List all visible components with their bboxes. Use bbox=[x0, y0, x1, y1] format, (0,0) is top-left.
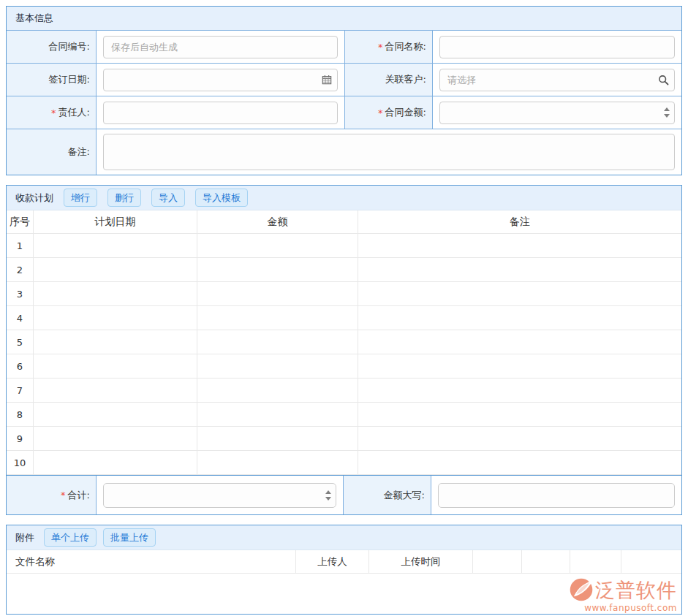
amount-words-input[interactable] bbox=[438, 483, 675, 508]
batch-upload-button[interactable]: 批量上传 bbox=[103, 528, 156, 547]
owner-label: * 责任人: bbox=[7, 96, 96, 129]
plan-remark-cell[interactable] bbox=[358, 282, 681, 305]
amount-input[interactable] bbox=[439, 102, 675, 124]
sign-date-input[interactable] bbox=[103, 69, 338, 91]
plan-table-row: 1 bbox=[7, 234, 681, 258]
contract-no-label: 合同编号: bbox=[7, 31, 96, 63]
col-header-upload-time: 上传时间 bbox=[368, 550, 472, 573]
calendar-icon[interactable] bbox=[322, 75, 332, 85]
col-header-empty bbox=[621, 550, 681, 573]
col-header-uploader: 上传人 bbox=[295, 550, 368, 573]
plan-table-row: 8 bbox=[7, 403, 681, 427]
plan-amount-cell[interactable] bbox=[197, 282, 358, 305]
row-number: 8 bbox=[7, 403, 33, 426]
row-number: 3 bbox=[7, 282, 33, 305]
plan-table-header: 序号 计划日期 金额 备注 bbox=[7, 210, 681, 234]
col-header-empty bbox=[472, 550, 521, 573]
remark-textarea[interactable] bbox=[103, 134, 675, 170]
customer-label: 关联客户: bbox=[344, 64, 432, 96]
add-row-button[interactable]: 增行 bbox=[64, 189, 97, 208]
payment-plan-title-bar: 收款计划 增行 删行 导入 导入模板 bbox=[7, 186, 681, 210]
plan-table-row: 5 bbox=[7, 330, 681, 354]
plan-remark-cell[interactable] bbox=[358, 403, 681, 426]
attachment-table-header: 文件名称 上传人 上传时间 bbox=[7, 550, 681, 574]
sign-date-label: 签订日期: bbox=[7, 64, 96, 96]
owner-input[interactable] bbox=[103, 102, 338, 124]
form-row-remark: 备注: bbox=[7, 129, 681, 175]
spinner-up-icon[interactable] bbox=[664, 107, 670, 111]
required-asterisk: * bbox=[61, 490, 66, 501]
plan-table-row: 9 bbox=[7, 427, 681, 451]
fanpu-logo-icon bbox=[569, 577, 594, 602]
amount-spinner[interactable] bbox=[664, 107, 670, 118]
plan-remark-cell[interactable] bbox=[358, 306, 681, 330]
col-header-empty bbox=[521, 550, 570, 573]
plan-remark-cell[interactable] bbox=[358, 451, 681, 474]
row-number: 4 bbox=[7, 306, 33, 330]
plan-amount-cell[interactable] bbox=[197, 330, 358, 354]
plan-remark-cell[interactable] bbox=[358, 354, 681, 378]
plan-date-cell[interactable] bbox=[33, 234, 197, 257]
plan-amount-cell[interactable] bbox=[197, 403, 358, 426]
plan-remark-cell[interactable] bbox=[358, 427, 681, 450]
single-upload-button[interactable]: 单个上传 bbox=[44, 528, 97, 547]
row-number: 1 bbox=[7, 234, 33, 257]
plan-date-cell[interactable] bbox=[33, 427, 197, 450]
remark-label: 备注: bbox=[7, 129, 96, 175]
plan-remark-cell[interactable] bbox=[358, 330, 681, 354]
plan-remark-cell[interactable] bbox=[358, 234, 681, 257]
plan-amount-cell[interactable] bbox=[197, 451, 358, 474]
contract-name-input[interactable] bbox=[439, 36, 675, 58]
delete-row-button[interactable]: 删行 bbox=[107, 189, 141, 208]
plan-date-cell[interactable] bbox=[33, 451, 197, 474]
plan-amount-cell[interactable] bbox=[197, 306, 358, 330]
import-template-button[interactable]: 导入模板 bbox=[195, 189, 248, 208]
plan-date-cell[interactable] bbox=[33, 379, 197, 402]
plan-footer-row: * 合计: 金额大写: bbox=[7, 475, 681, 514]
plan-table-row: 6 bbox=[7, 354, 681, 379]
plan-amount-cell[interactable] bbox=[197, 354, 358, 378]
plan-date-cell[interactable] bbox=[33, 330, 197, 354]
attachment-title: 附件 bbox=[15, 531, 34, 544]
plan-date-cell[interactable] bbox=[33, 282, 197, 305]
amount-label: * 合同金额: bbox=[344, 96, 432, 129]
row-number: 9 bbox=[7, 427, 33, 450]
total-input[interactable] bbox=[103, 483, 336, 508]
total-label: * 合计: bbox=[7, 476, 96, 514]
plan-amount-cell[interactable] bbox=[197, 258, 358, 281]
search-icon[interactable] bbox=[658, 75, 669, 85]
plan-date-cell[interactable] bbox=[33, 354, 197, 378]
spinner-up-icon[interactable] bbox=[325, 490, 331, 494]
form-row-contract: 合同编号: * 合同名称: bbox=[7, 31, 681, 63]
contract-form-page: 基本信息 合同编号: * 合同名称: 签订日期: bbox=[0, 0, 688, 616]
col-header-file-name: 文件名称 bbox=[7, 550, 295, 573]
row-number: 7 bbox=[7, 379, 33, 402]
attachment-title-bar: 附件 单个上传 批量上传 bbox=[7, 525, 681, 550]
attachment-panel: 附件 单个上传 批量上传 文件名称 上传人 上传时间 bbox=[6, 525, 682, 615]
basic-info-title: 基本信息 bbox=[15, 12, 53, 25]
plan-date-cell[interactable] bbox=[33, 403, 197, 426]
plan-table-row: 3 bbox=[7, 282, 681, 306]
col-header-remark: 备注 bbox=[358, 210, 681, 233]
vendor-watermark: 泛普软件 www.fanpusoft.com bbox=[569, 577, 677, 613]
total-spinner[interactable] bbox=[325, 490, 331, 501]
spinner-down-icon[interactable] bbox=[664, 114, 670, 118]
contract-name-label: * 合同名称: bbox=[344, 31, 432, 63]
plan-remark-cell[interactable] bbox=[358, 258, 681, 281]
plan-date-cell[interactable] bbox=[33, 258, 197, 281]
plan-date-cell[interactable] bbox=[33, 306, 197, 330]
customer-select-input[interactable] bbox=[439, 69, 675, 91]
watermark-brand-text: 泛普软件 bbox=[595, 580, 677, 600]
col-header-plan-date: 计划日期 bbox=[33, 210, 197, 233]
spinner-down-icon[interactable] bbox=[325, 497, 331, 501]
amount-words-label: 金额大写: bbox=[343, 476, 431, 514]
plan-remark-cell[interactable] bbox=[358, 379, 681, 402]
plan-amount-cell[interactable] bbox=[197, 379, 358, 402]
import-button[interactable]: 导入 bbox=[151, 189, 185, 208]
plan-amount-cell[interactable] bbox=[197, 427, 358, 450]
payment-plan-title: 收款计划 bbox=[15, 191, 53, 205]
plan-amount-cell[interactable] bbox=[197, 234, 358, 257]
plan-table-row: 4 bbox=[7, 306, 681, 330]
watermark-url-text: www.fanpusoft.com bbox=[584, 603, 677, 613]
contract-no-input[interactable] bbox=[103, 36, 338, 58]
